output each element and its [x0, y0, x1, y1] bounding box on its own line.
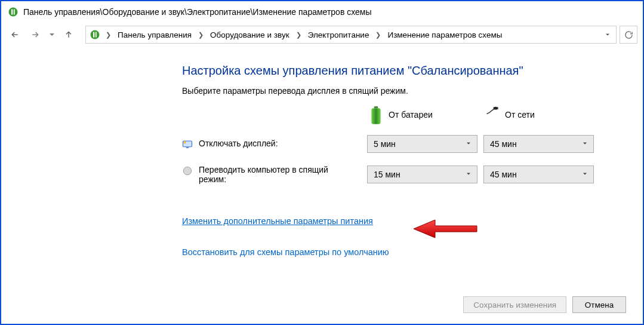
- svg-point-3: [91, 30, 100, 39]
- main-content: Настройка схемы управления питанием "Сба…: [3, 46, 641, 268]
- svg-rect-7: [371, 108, 380, 124]
- svg-point-13: [184, 141, 186, 143]
- setting-row-label: Переводить компьютер в спящий режим:: [182, 165, 361, 184]
- setting-label: Отключать дисплей:: [199, 139, 278, 148]
- setting-row-label: Отключать дисплей:: [182, 139, 361, 150]
- chevron-right-icon[interactable]: ❯: [104, 31, 113, 39]
- chevron-down-icon: [581, 170, 588, 179]
- chevron-down-icon: [581, 139, 588, 149]
- column-label: От батареи: [389, 110, 433, 119]
- page-heading: Настройка схемы управления питанием "Сба…: [182, 64, 641, 78]
- chevron-right-icon[interactable]: ❯: [196, 31, 205, 39]
- links-section: Изменить дополнительные параметры питани…: [182, 206, 641, 268]
- breadcrumb-dropdown[interactable]: [602, 31, 614, 38]
- cancel-button[interactable]: Отмена: [572, 296, 626, 313]
- nav-back-button[interactable]: [7, 26, 23, 43]
- power-options-icon: [8, 7, 19, 17]
- svg-point-14: [183, 167, 192, 175]
- restore-defaults-link[interactable]: Восстановить для схемы параметры по умол…: [182, 247, 389, 257]
- chevron-right-icon[interactable]: ❯: [294, 31, 303, 39]
- svg-point-8: [494, 107, 498, 110]
- chevron-down-icon: [465, 170, 472, 179]
- select-value: 5 мин: [374, 139, 396, 149]
- select-value: 45 мин: [490, 139, 517, 149]
- sleep-battery-select[interactable]: 15 мин: [367, 165, 477, 183]
- breadcrumb-item[interactable]: Оборудование и звук: [207, 26, 293, 43]
- nav-up-button[interactable]: [60, 26, 77, 43]
- setting-label: Переводить компьютер в спящий режим:: [199, 165, 348, 184]
- save-button: Сохранить изменения: [463, 296, 566, 313]
- select-value: 45 мин: [490, 170, 517, 179]
- svg-rect-1: [11, 10, 13, 15]
- column-header-plugged: От сети: [483, 106, 594, 123]
- moon-icon: [182, 165, 193, 176]
- display-off-plugged-select[interactable]: 45 мин: [483, 135, 594, 153]
- breadcrumb-item[interactable]: Электропитание: [304, 26, 373, 43]
- sleep-plugged-select[interactable]: 45 мин: [483, 165, 594, 183]
- nav-recent-dropdown[interactable]: [47, 26, 57, 43]
- svg-rect-10: [497, 109, 498, 109]
- power-plug-icon: [486, 106, 499, 123]
- column-header-battery: От батареи: [367, 106, 477, 123]
- svg-rect-9: [497, 108, 498, 108]
- dialog-footer: Сохранить изменения Отмена: [463, 296, 626, 313]
- window-title: Панель управления\Оборудование и звук\Эл…: [23, 7, 372, 17]
- page-subtext: Выберите параметры перевода дисплея в сп…: [182, 86, 641, 96]
- power-options-icon: [90, 29, 100, 40]
- chevron-right-icon[interactable]: ❯: [374, 31, 383, 39]
- battery-icon: [369, 106, 383, 123]
- display-off-battery-select[interactable]: 5 мин: [367, 135, 477, 153]
- svg-rect-5: [95, 32, 97, 38]
- breadcrumb-item[interactable]: Изменение параметров схемы: [384, 26, 506, 43]
- breadcrumb-item[interactable]: Панель управления: [114, 26, 195, 43]
- svg-rect-4: [93, 32, 94, 38]
- svg-rect-2: [14, 10, 15, 15]
- column-label: От сети: [505, 110, 535, 119]
- chevron-down-icon: [465, 139, 472, 149]
- monitor-icon: [182, 139, 193, 150]
- svg-rect-12: [186, 147, 189, 148]
- navigation-bar: ❯ Панель управления ❯ Оборудование и зву…: [3, 23, 641, 46]
- select-value: 15 мин: [374, 170, 400, 179]
- window-titlebar: Панель управления\Оборудование и звук\Эл…: [3, 3, 641, 23]
- advanced-settings-link[interactable]: Изменить дополнительные параметры питани…: [182, 216, 373, 226]
- settings-grid: От батареи От сети Отключать дисплей: 5 …: [182, 106, 641, 184]
- svg-rect-6: [374, 106, 378, 108]
- refresh-button[interactable]: [620, 26, 637, 44]
- nav-forward-button[interactable]: [27, 26, 44, 43]
- svg-point-0: [9, 8, 18, 17]
- breadcrumb[interactable]: ❯ Панель управления ❯ Оборудование и зву…: [85, 26, 617, 44]
